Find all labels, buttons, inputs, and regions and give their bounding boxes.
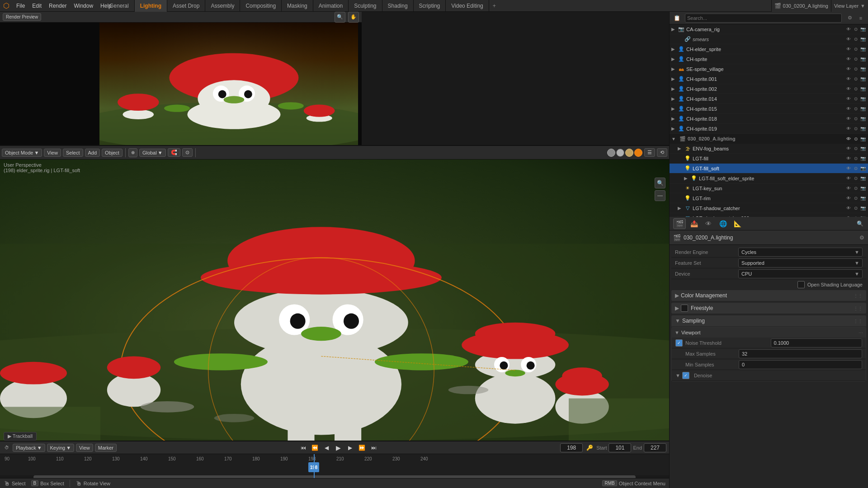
outliner-filter-icon[interactable]: ⚙: [845, 14, 854, 23]
zoom-in-button[interactable]: 🔍: [655, 178, 665, 188]
zoom-out-button[interactable]: —: [655, 190, 665, 201]
menu-edit[interactable]: Edit: [28, 0, 45, 12]
playback-dropdown[interactable]: Playback ▼: [13, 444, 45, 452]
outliner-search[interactable]: [685, 14, 842, 23]
sampling-header[interactable]: ▼ Sampling ⋮⋮: [671, 315, 866, 326]
add-workspace-button[interactable]: +: [489, 3, 500, 9]
feature-set-dropdown[interactable]: Supported ▼: [738, 258, 863, 267]
sampling-extra-icon[interactable]: ⋮⋮: [854, 319, 863, 324]
render-preview-pan[interactable]: ✋: [348, 12, 359, 23]
open-shading-checkbox[interactable]: [797, 281, 805, 288]
outliner-row-ch-sprite-014[interactable]: ▶ 👤 CH-sprite.014 👁 ⊙ 📷: [670, 94, 868, 104]
tab-lighting[interactable]: Lighting: [135, 0, 167, 12]
render-engine-dropdown[interactable]: Cycles ▼: [738, 248, 863, 257]
outliner-row-ch-sprite-018[interactable]: ▶ 👤 CH-sprite.018 👁 ⊙ 📷: [670, 114, 868, 124]
outliner-row-lgt-fill-soft-elder[interactable]: ▶ 💡 LGT-fill_soft_elder_sprite 👁 ⊙ 📷: [670, 174, 868, 183]
jump-to-start-button[interactable]: ⏮: [298, 443, 308, 453]
freestyle-extra-icon[interactable]: ⋮⋮: [854, 306, 863, 311]
object-properties-tab[interactable]: 📐: [731, 218, 744, 229]
viewport-icon[interactable]: ⊙: [853, 26, 859, 33]
outliner-row-elder-sprite[interactable]: ▶ 👤 CH-elder_sprite 👁 ⊙ 📷: [670, 44, 868, 54]
outliner-row-se-sprite-village[interactable]: ▶ 🏘 SE-sprite_village 👁 ⊙ 📷: [670, 64, 868, 74]
tab-assembly[interactable]: Assembly: [205, 0, 240, 12]
scene-name[interactable]: 🎬 030_0200_A.lighting: [771, 0, 831, 12]
tab-compositing[interactable]: Compositing: [240, 0, 282, 12]
tab-video-editing[interactable]: Video Editing: [446, 0, 489, 12]
properties-search-icon[interactable]: 🔍: [855, 219, 864, 228]
freestyle-header[interactable]: ▶ Freestyle ⋮⋮: [671, 303, 866, 314]
tab-shading[interactable]: Shading: [382, 0, 414, 12]
noise-threshold-checkbox[interactable]: ✓: [675, 339, 683, 347]
viewport-overlay-toggle[interactable]: ☰: [644, 148, 655, 157]
timeline-view-menu[interactable]: View: [76, 444, 93, 452]
timeline-mode-icon[interactable]: ⏱: [3, 444, 11, 452]
outliner-row-ch-sprite-015[interactable]: ▶ 👤 CH-sprite.015 👁 ⊙ 📷: [670, 104, 868, 114]
tab-sculpting[interactable]: Sculpting: [349, 0, 382, 12]
end-frame-field[interactable]: 227: [644, 443, 666, 452]
next-keyframe-button[interactable]: ⏩: [357, 443, 367, 453]
snap-button[interactable]: 🧲: [168, 148, 180, 157]
color-management-header[interactable]: ▶ Color Management ⋮⋮: [671, 290, 866, 301]
rendered-mode[interactable]: [634, 149, 642, 157]
smears-render[interactable]: 📷: [860, 36, 866, 42]
play-button[interactable]: ▶: [334, 443, 344, 453]
tab-general[interactable]: General: [104, 0, 135, 12]
denoise-checkbox[interactable]: ✓: [682, 372, 689, 379]
output-properties-tab[interactable]: 📤: [688, 218, 700, 229]
viewport-add-menu[interactable]: Add: [85, 149, 100, 157]
solid-mode[interactable]: [616, 149, 624, 157]
outliner-row-env-fog-beams[interactable]: ▶ 🌫 ENV-fog_beams 👁 ⊙ 📷: [670, 144, 868, 154]
wireframe-mode[interactable]: [607, 149, 615, 157]
outliner-row-lgt-fill-soft[interactable]: 💡 LGT-fill_soft 👁 ⊙ 📷: [670, 164, 868, 174]
transform-pivot-button[interactable]: ⊕: [128, 148, 137, 157]
tab-asset-drop[interactable]: Asset Drop: [167, 0, 205, 12]
outliner-row-ch-sprite-001[interactable]: ▶ 👤 CH-sprite.001 👁 ⊙ 📷: [670, 74, 868, 84]
outliner-row-camera-rig[interactable]: ▶ 📷 CA-camera_rig 👁 ⊙ 📷: [670, 24, 868, 34]
outliner-sort-icon[interactable]: ≡: [856, 14, 865, 23]
box-select-status[interactable]: B Box Select: [31, 480, 64, 486]
prev-keyframe-button[interactable]: ⏪: [310, 443, 320, 453]
viewport-sub-extra[interactable]: ⋯: [859, 330, 863, 335]
keyframe-button[interactable]: 🔑: [585, 443, 594, 453]
smears-viewport[interactable]: ⊙: [853, 36, 859, 42]
outliner-row-smears[interactable]: 🔗 smears 👁 ⊙ 📷: [670, 34, 868, 44]
rotate-view-status[interactable]: 🖱 Rotate View: [75, 480, 110, 487]
view-layer-properties-tab[interactable]: 👁: [702, 218, 715, 229]
render-properties-tab[interactable]: 🎬: [673, 218, 686, 229]
select-status[interactable]: 🖱 Select: [4, 480, 26, 487]
outliner-row-ch-sprite[interactable]: ▶ 👤 CH-sprite 👁 ⊙ 📷: [670, 54, 868, 64]
viewport-select-menu[interactable]: Select: [63, 149, 83, 157]
timeline-marker-menu[interactable]: Marker: [95, 444, 117, 452]
next-frame-button[interactable]: ▶: [345, 443, 355, 453]
menu-window[interactable]: Window: [70, 0, 97, 12]
outliner-mode-icon[interactable]: 📋: [672, 14, 681, 23]
outliner-row-lgt-fill[interactable]: 💡 LGT-fill 👁 ⊙ 📷: [670, 154, 868, 164]
gizmo-toggle[interactable]: ⟲: [657, 148, 667, 157]
material-mode[interactable]: [625, 149, 633, 157]
render-icon[interactable]: 📷: [860, 26, 866, 33]
prev-frame-button[interactable]: ◀: [322, 443, 332, 453]
view-layer-selector[interactable]: View Layer ▼: [831, 0, 868, 12]
transform-global-dropdown[interactable]: Global ▼: [139, 149, 166, 157]
menu-render[interactable]: Render: [45, 0, 70, 12]
outliner-section-030-lighting[interactable]: ▼ 🎬 030_0200_A.lighting 👁 ⊙ 📷: [670, 134, 868, 144]
viewport-view-menu[interactable]: View: [44, 149, 61, 157]
min-samples-field[interactable]: 0: [739, 360, 862, 369]
proportional-edit[interactable]: ⊙: [182, 148, 193, 157]
outliner-row-lgt-key-sun[interactable]: ☀ LGT-key_sun 👁 ⊙ 📷: [670, 183, 868, 193]
outliner-row-lgt-rim[interactable]: 💡 LGT-rim 👁 ⊙ 📷: [670, 193, 868, 203]
tab-animation[interactable]: Animation: [313, 0, 349, 12]
scene-settings-icon[interactable]: ⚙: [859, 235, 864, 241]
scene-properties-tab[interactable]: 🌐: [717, 218, 729, 229]
outliner-row-ch-sprite-019[interactable]: ▶ 👤 CH-sprite.019 👁 ⊙ 📷: [670, 124, 868, 134]
start-frame-field[interactable]: 101: [609, 443, 631, 452]
render-preview-zoom[interactable]: 🔍: [335, 12, 345, 23]
render-preview-mode[interactable]: Render Preview: [3, 13, 41, 21]
max-samples-field[interactable]: 32: [739, 349, 862, 358]
outliner-row-lgt-shadow-catcher[interactable]: ▶ ▽ LGT-shadow_catcher 👁 ⊙ 📷: [670, 203, 868, 213]
tab-scripting[interactable]: Scripting: [414, 0, 446, 12]
current-frame-display[interactable]: 198: [560, 443, 583, 452]
smears-visibility[interactable]: 👁: [845, 36, 852, 42]
visibility-icon[interactable]: 👁: [845, 26, 852, 33]
jump-to-end-button[interactable]: ⏭: [369, 443, 379, 453]
